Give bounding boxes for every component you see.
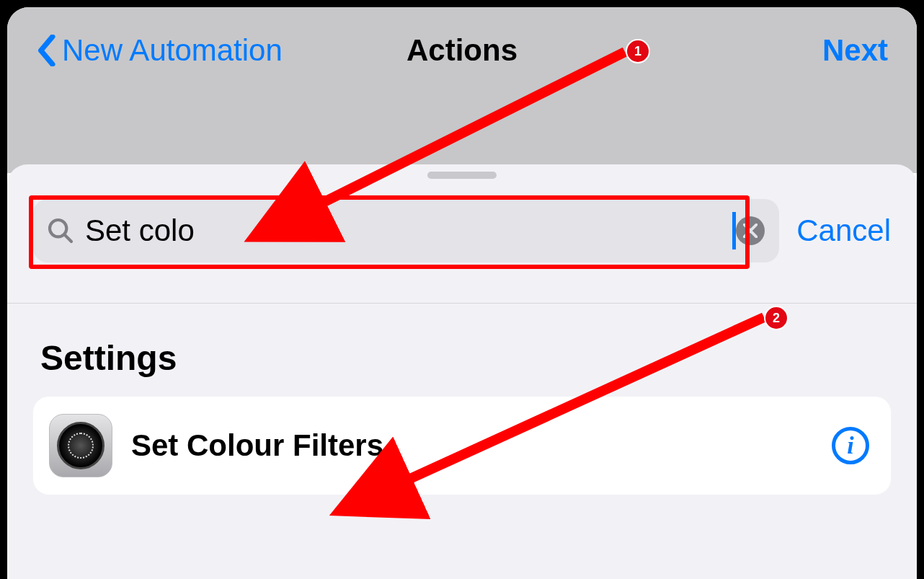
sheet-grabber[interactable]: [427, 172, 497, 179]
results-list: Set Colour Filters i: [7, 397, 917, 495]
clear-search-button[interactable]: [736, 216, 765, 245]
info-icon: i: [847, 433, 853, 458]
results-card: Set Colour Filters i: [33, 397, 891, 495]
top-nav-background: New Automation Actions Next: [7, 7, 917, 173]
cancel-button[interactable]: Cancel: [796, 213, 891, 248]
next-button[interactable]: Next: [822, 33, 888, 68]
result-label: Set Colour Filters: [131, 428, 813, 463]
screen: New Automation Actions Next Set colo: [7, 7, 917, 579]
search-icon: [46, 216, 75, 245]
back-label: New Automation: [62, 33, 283, 68]
back-button[interactable]: New Automation: [36, 33, 283, 68]
chevron-left-icon: [36, 35, 56, 66]
device-frame: New Automation Actions Next Set colo: [0, 0, 924, 579]
search-sheet: Set colo Cancel Settings Set Colou: [7, 164, 917, 579]
search-row: Set colo Cancel: [7, 164, 917, 283]
settings-app-icon: [49, 414, 112, 477]
section-header: Settings: [7, 304, 917, 397]
top-nav-bar: New Automation Actions Next: [7, 7, 917, 94]
search-input[interactable]: Set colo: [75, 213, 734, 248]
search-field[interactable]: Set colo: [33, 199, 779, 262]
set-colour-filters-row[interactable]: Set Colour Filters i: [33, 397, 891, 495]
x-icon: [743, 224, 758, 238]
svg-line-1: [64, 234, 71, 242]
info-button[interactable]: i: [832, 427, 869, 464]
